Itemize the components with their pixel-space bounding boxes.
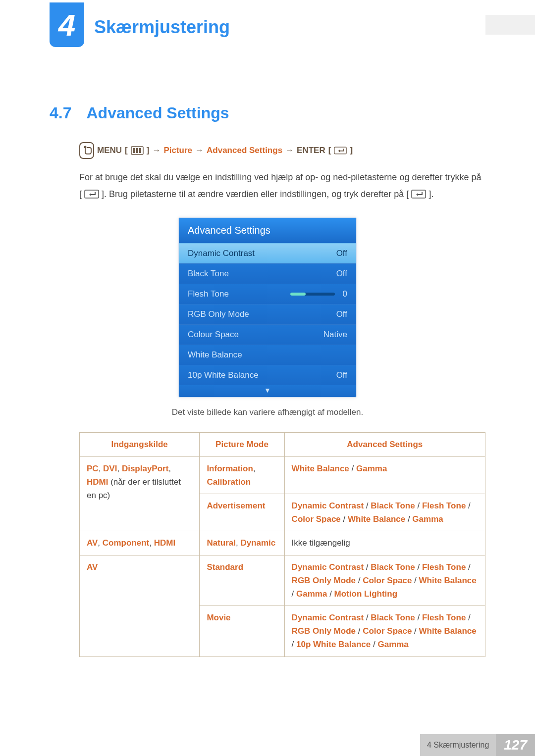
arrow: → [152, 146, 160, 155]
osd-item-value: Off [336, 269, 347, 279]
touch-icon [79, 142, 94, 159]
cell-mode: Information, Calibration [200, 456, 284, 494]
enter-button-icon [84, 189, 102, 199]
cell-advanced: Dynamic Contrast / Black Tone / Flesh To… [284, 555, 485, 606]
cell-mode: Natural, Dynamic [200, 531, 284, 555]
body-paragraph: For at bruge det skal du vælge en indsti… [50, 169, 485, 202]
bracket: [ [125, 146, 128, 155]
osd-item-label: Flesh Tone [188, 289, 229, 299]
cell-source-av-comp: AV, Component, HDMI [80, 531, 200, 555]
osd-item-label: Dynamic Contrast [188, 249, 255, 258]
chapter-number-badge: 4 [50, 2, 84, 47]
arrow: → [195, 146, 204, 155]
osd-item-value: Off [336, 249, 347, 258]
osd-scroll-down-icon[interactable]: ▼ [179, 385, 356, 397]
osd-item-10p-white-balance[interactable]: 10p White Balance Off [179, 365, 356, 385]
chapter-header: 4 Skærmjustering [50, 0, 535, 54]
menu-label: MENU [97, 146, 122, 155]
body-text-b: ]. Brug piletasterne til at ændre værdie… [102, 189, 409, 199]
footer-chapter-label: 4 Skærmjustering [420, 734, 496, 756]
enter-label: ENTER [297, 146, 325, 155]
osd-item-value: 0 [343, 289, 347, 299]
cell-advanced: Dynamic Contrast / Black Tone / Flesh To… [284, 606, 485, 657]
cell-advanced: Dynamic Contrast / Black Tone / Flesh To… [284, 494, 485, 531]
osd-item-label: White Balance [188, 350, 242, 360]
menu-navigation-path: MENU [ ] → Picture → Advanced Settings →… [50, 142, 485, 159]
body-text-c: ]. [428, 189, 433, 199]
chapter-title: Skærmjustering [94, 17, 230, 38]
cell-mode: Advertisement [200, 494, 284, 531]
osd-item-dynamic-contrast[interactable]: Dynamic Contrast Off [179, 243, 356, 263]
osd-menu: Advanced Settings Dynamic Contrast Off B… [178, 217, 357, 398]
osd-item-black-tone[interactable]: Black Tone Off [179, 263, 356, 284]
bracket: [ [328, 146, 331, 155]
table-row: AV Standard Dynamic Contrast / Black Ton… [80, 555, 485, 606]
nav-advanced: Advanced Settings [207, 146, 282, 155]
footer-page-number: 127 [496, 734, 535, 756]
svg-rect-5 [139, 148, 141, 153]
osd-item-colour-space[interactable]: Colour Space Native [179, 324, 356, 345]
cell-advanced: Ikke tilgængelig [284, 531, 485, 555]
nav-picture: Picture [163, 146, 192, 155]
osd-title: Advanced Settings [179, 218, 356, 243]
osd-item-value: Off [336, 309, 347, 319]
page-footer: 4 Skærmjustering 127 [420, 734, 535, 756]
svg-rect-3 [133, 148, 135, 153]
osd-item-flesh-tone[interactable]: Flesh Tone 0 [179, 284, 356, 304]
cell-source-pc: PC, DVI, DisplayPort, HDMI (når der er t… [80, 456, 200, 531]
th-advanced-settings: Advanced Settings [284, 433, 485, 456]
osd-item-label: RGB Only Mode [188, 309, 249, 319]
modes-table: Indgangskilde Picture Mode Advanced Sett… [79, 432, 485, 656]
osd-item-value: Off [336, 370, 347, 380]
osd-item-label: 10p White Balance [188, 370, 259, 380]
th-picture-mode: Picture Mode [200, 433, 284, 456]
section-title-text: Advanced Settings [86, 104, 229, 122]
cell-source-av: AV [80, 555, 200, 656]
th-indgangskilde: Indgangskilde [80, 433, 200, 456]
table-row: AV, Component, HDMI Natural, Dynamic Ikk… [80, 531, 485, 555]
table-header-row: Indgangskilde Picture Mode Advanced Sett… [80, 433, 485, 456]
svg-rect-4 [136, 148, 138, 153]
cell-mode: Standard [200, 555, 284, 606]
cell-advanced: White Balance / Gamma [284, 456, 485, 494]
osd-caption: Det viste billede kan variere afhængigt … [50, 407, 485, 417]
arrow: → [285, 146, 294, 155]
osd-item-value: Native [323, 330, 347, 340]
cell-mode: Movie [200, 606, 284, 657]
osd-item-label: Black Tone [188, 269, 229, 279]
osd-slider [290, 293, 335, 296]
osd-item-white-balance[interactable]: White Balance [179, 345, 356, 365]
menu-button-icon [131, 146, 144, 155]
bracket: ] [147, 146, 150, 155]
table-row: PC, DVI, DisplayPort, HDMI (når der er t… [80, 456, 485, 494]
section-heading: 4.7Advanced Settings [50, 104, 485, 122]
section-number: 4.7 [50, 104, 71, 122]
osd-item-rgb-only-mode[interactable]: RGB Only Mode Off [179, 304, 356, 324]
bracket: ] [350, 146, 353, 155]
enter-button-icon [334, 146, 347, 155]
enter-button-icon [411, 189, 428, 199]
osd-item-label: Colour Space [188, 330, 239, 340]
